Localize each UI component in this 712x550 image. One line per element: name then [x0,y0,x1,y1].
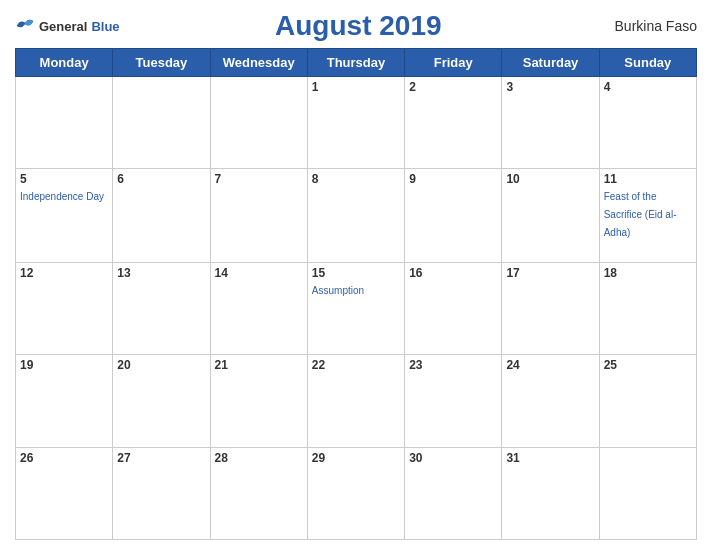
day-number: 26 [20,451,108,465]
day-cell: 11Feast of the Sacrifice (Eid al-Adha) [599,169,696,263]
day-cell: 17 [502,262,599,354]
week-row-2: 5Independence Day67891011Feast of the Sa… [16,169,697,263]
day-cell: 1 [307,77,404,169]
day-event: Assumption [312,285,364,296]
day-number: 13 [117,266,205,280]
day-cell: 24 [502,355,599,447]
day-number: 19 [20,358,108,372]
day-cell: 29 [307,447,404,539]
weekday-header-wednesday: Wednesday [210,49,307,77]
day-cell: 23 [405,355,502,447]
weekday-header-thursday: Thursday [307,49,404,77]
day-cell: 14 [210,262,307,354]
day-number: 21 [215,358,303,372]
day-cell: 16 [405,262,502,354]
day-cell: 4 [599,77,696,169]
day-cell: 22 [307,355,404,447]
day-cell: 26 [16,447,113,539]
day-cell: 2 [405,77,502,169]
day-cell: 6 [113,169,210,263]
day-cell [113,77,210,169]
day-cell: 20 [113,355,210,447]
day-number: 11 [604,172,692,186]
day-cell: 12 [16,262,113,354]
week-row-4: 19202122232425 [16,355,697,447]
day-cell: 28 [210,447,307,539]
day-cell: 10 [502,169,599,263]
logo-blue: Blue [91,19,119,34]
day-cell: 3 [502,77,599,169]
day-number: 2 [409,80,497,94]
calendar-table: MondayTuesdayWednesdayThursdayFridaySatu… [15,48,697,540]
day-number: 29 [312,451,400,465]
day-cell: 31 [502,447,599,539]
day-number: 7 [215,172,303,186]
day-number: 30 [409,451,497,465]
calendar-wrapper: General Blue August 2019 Burkina Faso Mo… [0,0,712,550]
day-number: 20 [117,358,205,372]
day-number: 31 [506,451,594,465]
weekday-header-row: MondayTuesdayWednesdayThursdayFridaySatu… [16,49,697,77]
day-cell: 19 [16,355,113,447]
day-cell: 21 [210,355,307,447]
day-cell: 8 [307,169,404,263]
week-row-3: 12131415Assumption161718 [16,262,697,354]
day-cell [599,447,696,539]
month-title: August 2019 [120,10,597,42]
day-cell [210,77,307,169]
day-cell: 5Independence Day [16,169,113,263]
day-cell: 7 [210,169,307,263]
day-number: 10 [506,172,594,186]
header-row: General Blue August 2019 Burkina Faso [15,10,697,42]
day-cell: 18 [599,262,696,354]
day-cell: 9 [405,169,502,263]
day-number: 23 [409,358,497,372]
day-number: 27 [117,451,205,465]
day-number: 17 [506,266,594,280]
weekday-header-saturday: Saturday [502,49,599,77]
day-number: 8 [312,172,400,186]
day-number: 12 [20,266,108,280]
day-event: Feast of the Sacrifice (Eid al-Adha) [604,191,677,238]
week-row-5: 262728293031 [16,447,697,539]
day-cell [16,77,113,169]
day-cell: 25 [599,355,696,447]
day-number: 28 [215,451,303,465]
logo-area: General Blue [15,16,120,36]
day-number: 22 [312,358,400,372]
logo-general: General [39,19,87,34]
week-row-1: 1234 [16,77,697,169]
day-cell: 15Assumption [307,262,404,354]
weekday-header-sunday: Sunday [599,49,696,77]
country-name: Burkina Faso [597,18,697,34]
day-cell: 13 [113,262,210,354]
day-number: 24 [506,358,594,372]
day-cell: 27 [113,447,210,539]
weekday-header-monday: Monday [16,49,113,77]
day-event: Independence Day [20,191,104,202]
day-number: 6 [117,172,205,186]
day-number: 14 [215,266,303,280]
weekday-header-friday: Friday [405,49,502,77]
day-number: 4 [604,80,692,94]
logo-icon [15,16,35,36]
day-number: 3 [506,80,594,94]
day-number: 9 [409,172,497,186]
day-number: 25 [604,358,692,372]
weekday-header-tuesday: Tuesday [113,49,210,77]
day-cell: 30 [405,447,502,539]
day-number: 5 [20,172,108,186]
day-number: 18 [604,266,692,280]
day-number: 16 [409,266,497,280]
day-number: 1 [312,80,400,94]
day-number: 15 [312,266,400,280]
